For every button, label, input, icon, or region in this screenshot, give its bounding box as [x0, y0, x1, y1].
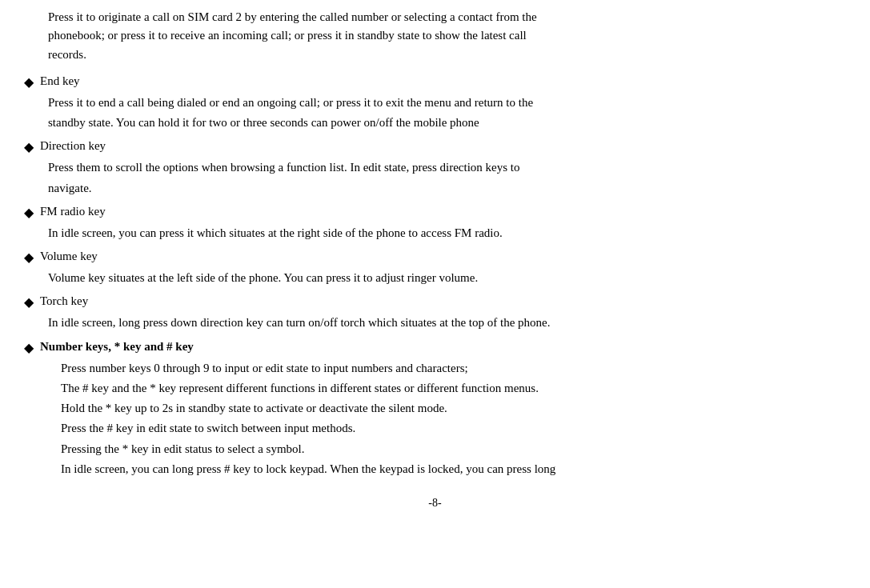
bullet-icon-number-keys: ◆	[24, 338, 34, 358]
item-desc-number-keys-3: Press the # key in edit state to switch …	[24, 419, 846, 438]
bullet-icon-volume-key: ◆	[24, 248, 34, 267]
item-desc-torch-key-0: In idle screen, long press down directio…	[24, 314, 846, 332]
item-header-torch-key: ◆Torch key	[24, 292, 846, 312]
item-desc-number-keys-2: Hold the * key up to 2s in standby state…	[24, 399, 846, 418]
item-header-volume-key: ◆Volume key	[24, 247, 846, 267]
item-title-end-key: End key	[40, 72, 80, 90]
page-footer: -8-	[24, 494, 846, 511]
item-title-volume-key: Volume key	[40, 247, 98, 266]
bullet-icon-fm-radio-key: ◆	[24, 203, 34, 222]
intro-line1: Press it to originate a call on SIM card…	[48, 10, 537, 23]
item-desc-number-keys-5: In idle screen, you can long press # key…	[24, 460, 846, 478]
item-title-direction-key: Direction key	[40, 137, 106, 155]
intro-line3: records.	[48, 48, 86, 61]
item-desc-end-key-0: Press it to end a call being dialed or e…	[24, 94, 846, 112]
list-item-torch-key: ◆Torch keyIn idle screen, long press dow…	[24, 292, 846, 332]
item-desc-volume-key-0: Volume key situates at the left side of …	[24, 269, 846, 287]
bullet-icon-end-key: ◆	[24, 73, 34, 92]
bullet-icon-direction-key: ◆	[24, 138, 34, 157]
list-item-direction-key: ◆Direction keyPress them to scroll the o…	[24, 137, 846, 198]
item-desc-number-keys-0: Press number keys 0 through 9 to input o…	[24, 359, 846, 378]
page-number: -8-	[428, 497, 441, 509]
list-item-number-keys: ◆Number keys, * key and # keyPress numbe…	[24, 338, 846, 479]
item-desc-direction-key-0: Press them to scroll the options when br…	[24, 158, 846, 177]
item-desc-end-key-1: standby state. You can hold it for two o…	[24, 114, 846, 132]
item-title-torch-key: Torch key	[40, 292, 88, 310]
bullet-icon-torch-key: ◆	[24, 293, 34, 312]
item-desc-number-keys-4: Pressing the * key in edit status to sel…	[24, 440, 846, 458]
item-header-fm-radio-key: ◆FM radio key	[24, 202, 846, 222]
item-title-number-keys: Number keys, * key and # key	[40, 338, 194, 356]
item-header-end-key: ◆End key	[24, 72, 846, 92]
item-header-number-keys: ◆Number keys, * key and # key	[24, 338, 846, 358]
intro-line2: phonebook; or press it to receive an inc…	[48, 29, 527, 42]
item-desc-number-keys-1: The # key and the * key represent differ…	[24, 379, 846, 398]
key-list: ◆End keyPress it to end a call being dia…	[24, 72, 846, 478]
list-item-end-key: ◆End keyPress it to end a call being dia…	[24, 72, 846, 133]
item-desc-fm-radio-key-0: In idle screen, you can press it which s…	[24, 224, 846, 242]
intro-paragraph: Press it to originate a call on SIM card…	[24, 8, 846, 64]
list-item-volume-key: ◆Volume keyVolume key situates at the le…	[24, 247, 846, 287]
item-desc-direction-key-1: navigate.	[24, 179, 846, 198]
content-area: Press it to originate a call on SIM card…	[24, 8, 846, 511]
item-header-direction-key: ◆Direction key	[24, 137, 846, 157]
item-title-fm-radio-key: FM radio key	[40, 202, 106, 221]
list-item-fm-radio-key: ◆FM radio keyIn idle screen, you can pre…	[24, 202, 846, 242]
